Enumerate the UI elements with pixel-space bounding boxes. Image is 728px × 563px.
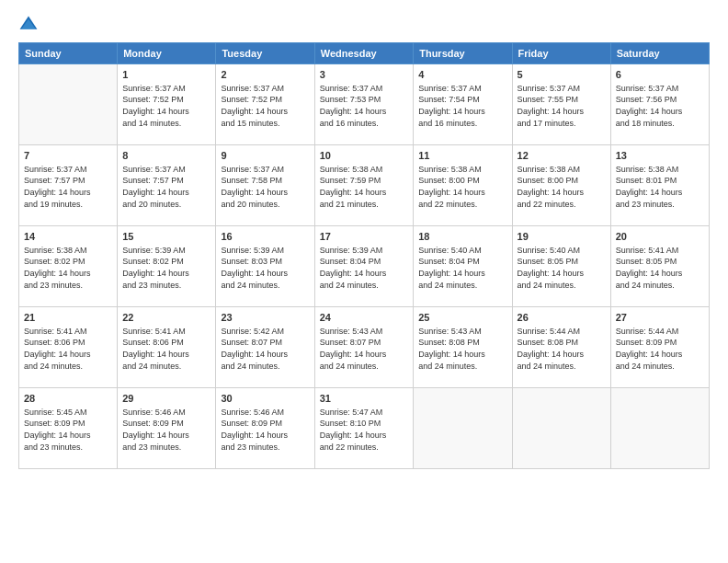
calendar-day-cell: 15Sunrise: 5:39 AM Sunset: 8:02 PM Dayli…: [118, 226, 216, 307]
calendar-week-row: 21Sunrise: 5:41 AM Sunset: 8:06 PM Dayli…: [19, 307, 710, 388]
day-number: 5: [518, 68, 606, 82]
calendar-day-cell: 3Sunrise: 5:37 AM Sunset: 7:53 PM Daylig…: [314, 64, 414, 145]
calendar-week-row: 14Sunrise: 5:38 AM Sunset: 8:02 PM Dayli…: [19, 226, 710, 307]
calendar-day-cell: 14Sunrise: 5:38 AM Sunset: 8:02 PM Dayli…: [19, 226, 118, 307]
calendar-day-cell: 19Sunrise: 5:40 AM Sunset: 8:05 PM Dayli…: [512, 226, 610, 307]
day-number: 24: [320, 311, 409, 325]
day-info: Sunrise: 5:43 AM Sunset: 8:08 PM Dayligh…: [418, 326, 506, 372]
day-number: 14: [24, 230, 112, 244]
day-number: 17: [320, 230, 409, 244]
calendar-day-cell: 6Sunrise: 5:37 AM Sunset: 7:56 PM Daylig…: [610, 64, 709, 145]
calendar-day-cell: 9Sunrise: 5:37 AM Sunset: 7:58 PM Daylig…: [216, 145, 314, 226]
calendar-day-cell: 7Sunrise: 5:37 AM Sunset: 7:57 PM Daylig…: [19, 145, 118, 226]
logo-icon: [18, 15, 39, 35]
calendar-day-cell: 23Sunrise: 5:42 AM Sunset: 8:07 PM Dayli…: [216, 307, 314, 388]
calendar-day-cell: 25Sunrise: 5:43 AM Sunset: 8:08 PM Dayli…: [414, 307, 512, 388]
day-number: 20: [616, 230, 704, 244]
weekday-header-thursday: Thursday: [414, 43, 512, 64]
day-info: Sunrise: 5:44 AM Sunset: 8:08 PM Dayligh…: [518, 326, 606, 372]
day-number: 18: [418, 230, 506, 244]
calendar-table: SundayMondayTuesdayWednesdayThursdayFrid…: [18, 42, 710, 469]
day-info: Sunrise: 5:37 AM Sunset: 7:53 PM Dayligh…: [320, 83, 409, 129]
day-info: Sunrise: 5:39 AM Sunset: 8:02 PM Dayligh…: [122, 245, 210, 291]
calendar-day-cell: [19, 64, 118, 145]
day-number: 11: [418, 149, 506, 163]
weekday-header-friday: Friday: [512, 43, 610, 64]
calendar-day-cell: 13Sunrise: 5:38 AM Sunset: 8:01 PM Dayli…: [610, 145, 709, 226]
day-info: Sunrise: 5:43 AM Sunset: 8:07 PM Dayligh…: [320, 326, 409, 372]
calendar-day-cell: 28Sunrise: 5:45 AM Sunset: 8:09 PM Dayli…: [19, 388, 118, 469]
day-number: 31: [320, 392, 409, 406]
calendar-day-cell: 4Sunrise: 5:37 AM Sunset: 7:54 PM Daylig…: [414, 64, 512, 145]
page: SundayMondayTuesdayWednesdayThursdayFrid…: [0, 0, 728, 563]
day-number: 28: [24, 392, 112, 406]
day-info: Sunrise: 5:47 AM Sunset: 8:10 PM Dayligh…: [320, 407, 409, 453]
calendar-day-cell: 5Sunrise: 5:37 AM Sunset: 7:55 PM Daylig…: [512, 64, 610, 145]
calendar-day-cell: 27Sunrise: 5:44 AM Sunset: 8:09 PM Dayli…: [610, 307, 709, 388]
day-number: 12: [518, 149, 606, 163]
calendar-day-cell: 2Sunrise: 5:37 AM Sunset: 7:52 PM Daylig…: [216, 64, 314, 145]
calendar-day-cell: 10Sunrise: 5:38 AM Sunset: 7:59 PM Dayli…: [314, 145, 414, 226]
weekday-header-sunday: Sunday: [19, 43, 118, 64]
day-number: 2: [221, 68, 309, 82]
day-info: Sunrise: 5:37 AM Sunset: 7:57 PM Dayligh…: [122, 164, 210, 210]
day-info: Sunrise: 5:41 AM Sunset: 8:05 PM Dayligh…: [616, 245, 704, 291]
day-info: Sunrise: 5:44 AM Sunset: 8:09 PM Dayligh…: [616, 326, 704, 372]
day-info: Sunrise: 5:46 AM Sunset: 8:09 PM Dayligh…: [122, 407, 210, 453]
day-number: 1: [122, 68, 210, 82]
day-info: Sunrise: 5:45 AM Sunset: 8:09 PM Dayligh…: [24, 407, 112, 453]
day-info: Sunrise: 5:38 AM Sunset: 8:00 PM Dayligh…: [418, 164, 506, 210]
calendar-day-cell: 21Sunrise: 5:41 AM Sunset: 8:06 PM Dayli…: [19, 307, 118, 388]
weekday-header-wednesday: Wednesday: [314, 43, 414, 64]
day-number: 22: [122, 311, 210, 325]
calendar-day-cell: 8Sunrise: 5:37 AM Sunset: 7:57 PM Daylig…: [118, 145, 216, 226]
calendar-day-cell: [414, 388, 512, 469]
day-info: Sunrise: 5:38 AM Sunset: 7:59 PM Dayligh…: [320, 164, 409, 210]
day-info: Sunrise: 5:38 AM Sunset: 8:02 PM Dayligh…: [24, 245, 112, 291]
day-number: 19: [518, 230, 606, 244]
calendar-day-cell: 30Sunrise: 5:46 AM Sunset: 8:09 PM Dayli…: [216, 388, 314, 469]
day-number: 4: [418, 68, 506, 82]
calendar-week-row: 28Sunrise: 5:45 AM Sunset: 8:09 PM Dayli…: [19, 388, 710, 469]
day-info: Sunrise: 5:39 AM Sunset: 8:04 PM Dayligh…: [320, 245, 409, 291]
day-number: 16: [221, 230, 309, 244]
calendar-day-cell: 17Sunrise: 5:39 AM Sunset: 8:04 PM Dayli…: [314, 226, 414, 307]
day-info: Sunrise: 5:37 AM Sunset: 7:56 PM Dayligh…: [616, 83, 704, 129]
calendar-week-row: 1Sunrise: 5:37 AM Sunset: 7:52 PM Daylig…: [19, 64, 710, 145]
calendar-day-cell: 26Sunrise: 5:44 AM Sunset: 8:08 PM Dayli…: [512, 307, 610, 388]
day-number: 7: [24, 149, 112, 163]
day-info: Sunrise: 5:37 AM Sunset: 7:55 PM Dayligh…: [518, 83, 606, 129]
day-info: Sunrise: 5:39 AM Sunset: 8:03 PM Dayligh…: [221, 245, 309, 291]
calendar-day-cell: [512, 388, 610, 469]
day-number: 6: [616, 68, 704, 82]
weekday-header-row: SundayMondayTuesdayWednesdayThursdayFrid…: [19, 43, 710, 64]
day-info: Sunrise: 5:41 AM Sunset: 8:06 PM Dayligh…: [122, 326, 210, 372]
day-info: Sunrise: 5:42 AM Sunset: 8:07 PM Dayligh…: [221, 326, 309, 372]
day-number: 27: [616, 311, 704, 325]
weekday-header-monday: Monday: [118, 43, 216, 64]
calendar-day-cell: 18Sunrise: 5:40 AM Sunset: 8:04 PM Dayli…: [414, 226, 512, 307]
calendar-day-cell: 16Sunrise: 5:39 AM Sunset: 8:03 PM Dayli…: [216, 226, 314, 307]
calendar-day-cell: 11Sunrise: 5:38 AM Sunset: 8:00 PM Dayli…: [414, 145, 512, 226]
day-number: 8: [122, 149, 210, 163]
day-number: 30: [221, 392, 309, 406]
day-number: 29: [122, 392, 210, 406]
calendar-body: 1Sunrise: 5:37 AM Sunset: 7:52 PM Daylig…: [19, 64, 710, 469]
day-info: Sunrise: 5:37 AM Sunset: 7:54 PM Dayligh…: [418, 83, 506, 129]
day-number: 9: [221, 149, 309, 163]
day-info: Sunrise: 5:37 AM Sunset: 7:52 PM Dayligh…: [221, 83, 309, 129]
day-number: 26: [518, 311, 606, 325]
weekday-header-tuesday: Tuesday: [216, 43, 314, 64]
day-number: 25: [418, 311, 506, 325]
day-info: Sunrise: 5:41 AM Sunset: 8:06 PM Dayligh…: [24, 326, 112, 372]
calendar-day-cell: 29Sunrise: 5:46 AM Sunset: 8:09 PM Dayli…: [118, 388, 216, 469]
day-number: 3: [320, 68, 409, 82]
day-info: Sunrise: 5:37 AM Sunset: 7:58 PM Dayligh…: [221, 164, 309, 210]
day-info: Sunrise: 5:38 AM Sunset: 8:00 PM Dayligh…: [518, 164, 606, 210]
day-number: 21: [24, 311, 112, 325]
logo: [18, 15, 42, 35]
calendar-header: SundayMondayTuesdayWednesdayThursdayFrid…: [19, 43, 710, 64]
calendar-day-cell: 31Sunrise: 5:47 AM Sunset: 8:10 PM Dayli…: [314, 388, 414, 469]
calendar-day-cell: [610, 388, 709, 469]
header: [18, 15, 710, 35]
